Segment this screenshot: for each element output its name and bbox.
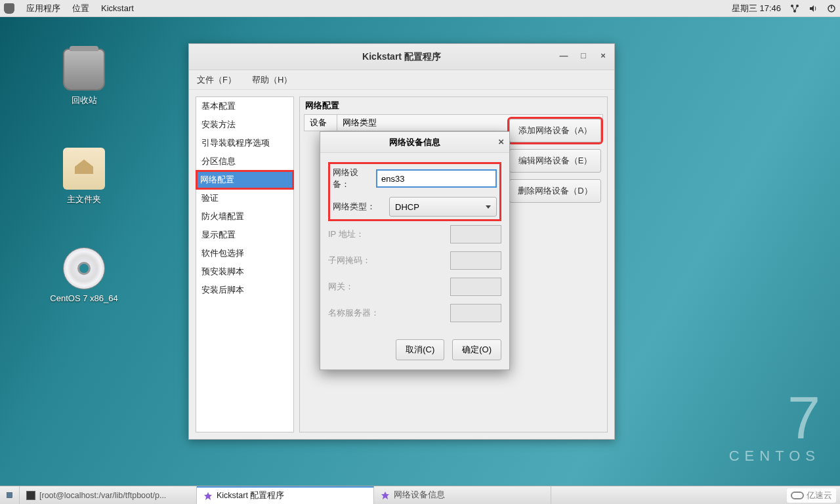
desktop-home[interactable]: 主文件夹 (48, 148, 120, 205)
terminal-icon (26, 491, 35, 500)
network-indicator-icon[interactable] (790, 4, 799, 13)
sidebar-item-0[interactable]: 基本配置 (196, 97, 293, 116)
sidebar-item-10[interactable]: 安装后脚本 (196, 281, 293, 299)
task-terminal[interactable]: [root@localhost:/var/lib/tftpboot/p... (20, 486, 197, 504)
add-network-device-button[interactable]: 添加网络设备（A） (509, 119, 601, 142)
label-mask: 子网掩码： (328, 255, 379, 266)
desktop-cd[interactable]: CentOS 7 x86_64 (48, 247, 120, 303)
window-maximize-button[interactable]: □ (578, 49, 589, 61)
menu-kickstart[interactable]: Kickstart (101, 3, 134, 13)
task-dialog[interactable]: 网络设备信息 (374, 486, 551, 504)
menu-applications[interactable]: 应用程序 (26, 3, 60, 14)
window-titlebar[interactable]: Kickstart 配置程序 — □ × (189, 44, 614, 70)
trash-icon (63, 49, 105, 91)
sidebar-item-4[interactable]: 网络配置 (196, 171, 293, 189)
network-type-combobox[interactable]: DHCP (389, 197, 497, 217)
network-device-dialog: 网络设备信息 × 网络设备： 网络类型： DHCP IP 地址： 子网掩码： (320, 131, 510, 370)
menu-help[interactable]: 帮助（H） (252, 74, 292, 86)
label-device: 网络设备： (333, 167, 371, 190)
sidebar-item-7[interactable]: 显示配置 (196, 226, 293, 244)
sidebar: 基本配置安装方法引导装载程序选项分区信息网络配置验证防火墙配置显示配置软件包选择… (196, 96, 294, 432)
sidebar-item-9[interactable]: 预安装脚本 (196, 262, 293, 281)
edit-network-device-button[interactable]: 编辑网络设备（E） (509, 149, 601, 173)
network-device-input[interactable] (376, 169, 497, 188)
dialog-title: 网络设备信息 (389, 136, 440, 148)
subnet-mask-input (450, 251, 501, 270)
sidebar-item-2[interactable]: 引导装载程序选项 (196, 134, 293, 152)
label-ip: IP 地址： (328, 228, 379, 240)
menubar: 文件（F） 帮助（H） (189, 70, 614, 90)
label-type: 网络类型： (333, 201, 384, 213)
sidebar-item-5[interactable]: 验证 (196, 189, 293, 207)
sidebar-item-3[interactable]: 分区信息 (196, 152, 293, 171)
home-label: 主文件夹 (48, 194, 120, 205)
show-desktop-icon (7, 491, 12, 500)
volume-icon[interactable] (808, 4, 818, 13)
svg-marker-6 (204, 492, 212, 500)
network-actions: 添加网络设备（A） 编辑网络设备（E） 删除网络设备（D） (509, 119, 601, 203)
cancel-button[interactable]: 取消(C) (396, 339, 444, 360)
svg-rect-5 (7, 492, 12, 497)
task-terminal-label: [root@localhost:/var/lib/tftpboot/p... (39, 491, 166, 500)
window-close-button[interactable]: × (597, 49, 609, 61)
window-title: Kickstart 配置程序 (362, 51, 441, 63)
trash-label: 回收站 (48, 94, 120, 106)
chevron-down-icon (486, 205, 491, 209)
label-dns: 名称服务器： (328, 307, 379, 319)
kickstart-app-icon (203, 492, 213, 501)
ok-button[interactable]: 确定(O) (452, 339, 501, 360)
taskbar: [root@localhost:/var/lib/tftpboot/p... K… (0, 486, 840, 504)
watermark: 亿速云 (787, 488, 836, 503)
show-desktop-button[interactable] (0, 486, 20, 504)
menu-places[interactable]: 位置 (72, 3, 89, 14)
home-folder-icon (63, 148, 105, 190)
dialog-titlebar[interactable]: 网络设备信息 × (320, 132, 509, 153)
sidebar-item-1[interactable]: 安装方法 (196, 116, 293, 134)
section-title: 网络配置 (300, 97, 607, 114)
label-gateway: 网关： (328, 281, 379, 293)
task-kickstart[interactable]: Kickstart 配置程序 (197, 486, 374, 504)
cd-icon (63, 247, 105, 289)
table-col-device[interactable]: 设备 (304, 115, 337, 131)
task-kickstart-label: Kickstart 配置程序 (217, 490, 284, 501)
window-minimize-button[interactable]: — (558, 49, 570, 61)
gateway-input (450, 278, 501, 296)
nameserver-input (450, 304, 501, 322)
cloud-icon (791, 492, 804, 499)
centos-word: CENTOS (729, 448, 820, 465)
menu-file[interactable]: 文件（F） (197, 74, 236, 86)
sidebar-item-8[interactable]: 软件包选择 (196, 244, 293, 262)
cd-label: CentOS 7 x86_64 (48, 293, 120, 303)
task-dialog-label: 网络设备信息 (394, 490, 445, 501)
power-icon[interactable] (827, 4, 836, 13)
clock-label[interactable]: 星期三 17:46 (732, 3, 781, 14)
sidebar-item-6[interactable]: 防火墙配置 (196, 207, 293, 226)
desktop-trash[interactable]: 回收站 (48, 49, 120, 106)
network-type-value: DHCP (395, 202, 419, 212)
gnome-foot-icon (4, 3, 14, 14)
delete-network-device-button[interactable]: 删除网络设备（D） (509, 179, 601, 203)
ip-address-input (450, 225, 501, 243)
centos-seven: 7 (729, 388, 820, 448)
top-panel: 应用程序 位置 Kickstart 星期三 17:46 (0, 0, 840, 17)
svg-marker-7 (381, 492, 389, 499)
dialog-app-icon (381, 491, 390, 500)
dialog-close-button[interactable]: × (498, 136, 504, 147)
centos-brand: 7 CENTOS (729, 388, 820, 465)
watermark-label: 亿速云 (807, 490, 832, 501)
